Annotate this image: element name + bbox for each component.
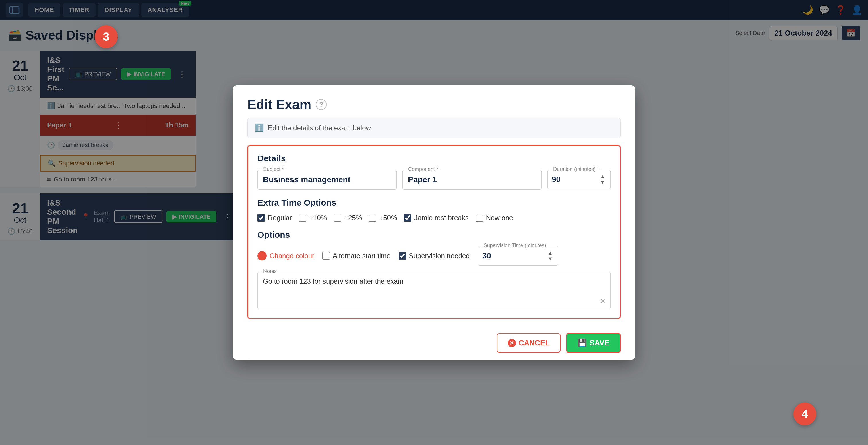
alternate-start-checkbox[interactable]: Alternate start time bbox=[322, 252, 391, 260]
checkbox-plus50-label: +50% bbox=[379, 214, 397, 222]
change-colour-label: Change colour bbox=[270, 252, 314, 260]
modal-help-icon[interactable]: ? bbox=[316, 99, 327, 110]
modal-title: Edit Exam bbox=[247, 97, 311, 112]
duration-input-wrapper: 90 ▲ ▼ bbox=[547, 170, 611, 189]
checkbox-jamie-input[interactable] bbox=[404, 214, 411, 221]
modal-info-text: Edit the details of the exam below bbox=[268, 124, 371, 132]
notes-group: Notes Go to room 123 for supervision aft… bbox=[257, 272, 611, 310]
checkbox-regular[interactable]: Regular bbox=[257, 214, 292, 222]
supervision-time-spinner: ▲ ▼ bbox=[547, 250, 554, 261]
supervision-needed-label: Supervision needed bbox=[409, 252, 470, 260]
supervision-time-down-button[interactable]: ▼ bbox=[547, 256, 554, 261]
modal-details-section: Details Subject * Business management Co… bbox=[247, 145, 621, 319]
duration-spinner: ▲ ▼ bbox=[599, 174, 606, 185]
modal-overlay: 3 Edit Exam ? ℹ️ Edit the details of the… bbox=[0, 0, 868, 445]
component-label: Component * bbox=[406, 166, 440, 172]
duration-down-button[interactable]: ▼ bbox=[599, 180, 606, 185]
options-section: Options Change colour Alternate start ti… bbox=[257, 230, 611, 310]
notes-textarea[interactable]: Go to room 123 for supervision after the… bbox=[257, 272, 611, 309]
save-icon: 💾 bbox=[578, 338, 587, 347]
duration-field-group: Duration (minutes) * 90 ▲ ▼ bbox=[547, 170, 611, 190]
cancel-button[interactable]: ✕ CANCEL bbox=[497, 333, 561, 353]
supervision-time-group: Supervision Time (minutes) 30 ▲ ▼ bbox=[478, 246, 558, 266]
colour-dot bbox=[257, 251, 267, 260]
component-field-group: Component * Paper 1 bbox=[402, 170, 541, 190]
subject-label: Subject * bbox=[261, 166, 286, 172]
cancel-x-icon: ✕ bbox=[508, 339, 516, 347]
checkbox-plus25[interactable]: +25% bbox=[334, 214, 362, 222]
component-input[interactable]: Paper 1 bbox=[402, 170, 541, 190]
checkbox-plus25-label: +25% bbox=[344, 214, 362, 222]
checkbox-newone[interactable]: New one bbox=[476, 214, 513, 222]
notes-clear-button[interactable]: ✕ bbox=[600, 297, 606, 306]
subject-field-group: Subject * Business management bbox=[257, 170, 397, 190]
checkbox-plus50-input[interactable] bbox=[369, 214, 376, 221]
details-section-title: Details bbox=[257, 154, 611, 164]
checkbox-plus10-label: +10% bbox=[309, 214, 327, 222]
duration-up-button[interactable]: ▲ bbox=[599, 174, 606, 179]
supervision-needed-input[interactable] bbox=[399, 252, 406, 260]
modal-info-bar: ℹ️ Edit the details of the exam below bbox=[247, 118, 621, 138]
change-colour-button[interactable]: Change colour bbox=[257, 251, 314, 260]
extra-time-title: Extra Time Options bbox=[257, 198, 611, 208]
checkbox-jamie[interactable]: Jamie rest breaks bbox=[404, 214, 468, 222]
save-button[interactable]: 💾 SAVE bbox=[566, 333, 621, 353]
alternate-start-input[interactable] bbox=[322, 252, 330, 260]
supervision-time-label: Supervision Time (minutes) bbox=[482, 243, 548, 248]
modal-footer: ✕ CANCEL 💾 SAVE bbox=[233, 326, 635, 360]
checkbox-plus10-input[interactable] bbox=[299, 214, 306, 221]
supervision-time-input-wrapper: 30 ▲ ▼ bbox=[478, 246, 558, 266]
supervision-needed-checkbox[interactable]: Supervision needed bbox=[399, 252, 470, 260]
checkbox-regular-label: Regular bbox=[268, 214, 292, 222]
subject-component-row: Subject * Business management Component … bbox=[257, 170, 611, 190]
step-badge-3: 3 bbox=[95, 25, 118, 48]
duration-value[interactable]: 90 bbox=[552, 175, 561, 184]
options-row: Change colour Alternate start time Super… bbox=[257, 246, 611, 266]
checkbox-newone-label: New one bbox=[486, 214, 513, 222]
edit-exam-modal: Edit Exam ? ℹ️ Edit the details of the e… bbox=[233, 85, 635, 360]
duration-label: Duration (minutes) * bbox=[551, 166, 601, 172]
checkbox-plus50[interactable]: +50% bbox=[369, 214, 397, 222]
notes-label: Notes bbox=[261, 268, 278, 274]
alternate-start-label: Alternate start time bbox=[333, 252, 391, 260]
checkbox-newone-input[interactable] bbox=[476, 214, 483, 221]
supervision-time-up-button[interactable]: ▲ bbox=[547, 250, 554, 256]
extra-time-section: Extra Time Options Regular +10% +25% bbox=[257, 198, 611, 222]
save-label: SAVE bbox=[590, 338, 609, 347]
step-badge-4: 4 bbox=[794, 403, 816, 425]
supervision-time-value[interactable]: 30 bbox=[482, 251, 491, 260]
extra-time-checkboxes: Regular +10% +25% +50% bbox=[257, 214, 611, 222]
modal-header: Edit Exam ? bbox=[233, 85, 635, 118]
modal-info-icon: ℹ️ bbox=[255, 123, 264, 132]
checkbox-regular-input[interactable] bbox=[257, 214, 265, 221]
checkbox-jamie-label: Jamie rest breaks bbox=[414, 214, 468, 222]
cancel-label: CANCEL bbox=[519, 338, 550, 347]
checkbox-plus10[interactable]: +10% bbox=[299, 214, 327, 222]
subject-input[interactable]: Business management bbox=[257, 170, 397, 190]
options-title: Options bbox=[257, 230, 611, 240]
checkbox-plus25-input[interactable] bbox=[334, 214, 341, 221]
